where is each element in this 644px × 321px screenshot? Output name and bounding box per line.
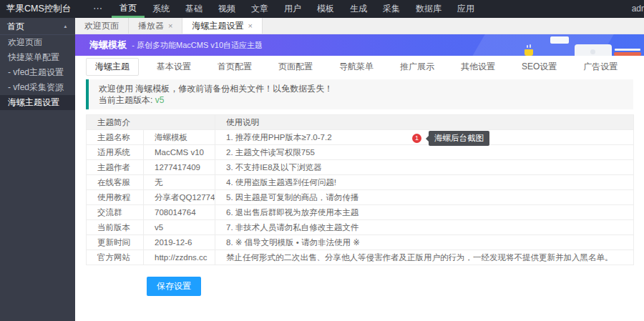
top-nav-basic[interactable]: 基础 [177,0,210,18]
caret-up-icon: ▲ [63,19,67,34]
notice-box: 欢迎使用 海螺模板，修改前请备份相关文件！以免数据丢失！ 当前主题版本: v5 [86,79,633,109]
row-label: 使用教程 [87,190,144,205]
table-row: 主题作者 1277417409 3. 不支持IE8及以下浏览器 [87,160,634,175]
coffee-cup-icon [525,49,533,56]
row-value: 分享者QQ1277417409 [144,190,215,205]
row-desc: 4. 使用盗版主题遇到任何问题! [215,175,634,190]
row-desc: 3. 不支持IE8及以下浏览器 [215,160,634,175]
main-area: 欢迎页面 播放器 × 海螺主题设置 × 海螺模板 - 原创多功能MacCMS v… [75,18,644,321]
row-desc: 6. 退出售后群即视为放弃使用本主题 [215,205,634,220]
tab-basic-settings[interactable]: 基本设置 [148,59,200,75]
sidebar-item-hailuo-theme[interactable]: 海螺主题设置 [0,95,75,110]
top-nav-template[interactable]: 模板 [309,0,342,18]
top-nav-video[interactable]: 视频 [210,0,243,18]
table-row: 适用系统 MacCMS v10 2. 主题文件读写权限755 [87,145,634,160]
tab-ad-settings[interactable]: 广告设置 [575,59,626,75]
column-header-usage: 使用说明 [215,115,634,130]
tab-promo-display[interactable]: 推广展示 [391,59,443,75]
theme-settings-tabs: 海螺主题 基本设置 首页配置 页面配置 导航菜单 推广展示 其他设置 SEO设置… [86,59,633,75]
tab-home-config[interactable]: 首页配置 [209,59,260,75]
row-desc: 8. ※ 倡导文明模版 • 请勿非法使用 ※ [215,235,634,250]
tab-label: 欢迎页面 [84,18,119,34]
banner-illustration [494,34,644,56]
banner-theme-name: 海螺模板 [89,39,127,50]
version-value: v5 [155,95,165,105]
close-icon[interactable]: × [248,18,252,34]
row-label: 更新时间 [87,235,144,250]
table-row: 官方网站 http://zzdns.cc 禁止任何形式的二次出售、分享他人等侵害… [87,250,634,265]
app-logo: 苹果CMS控制台 [0,0,84,18]
top-nav-home[interactable]: 首页 [112,0,145,18]
sidebar-item-vfed-collect[interactable]: - vfed采集资源 [0,80,75,95]
theme-banner: 海螺模板 - 原创多功能MacCMS v10自适应主题 [75,34,644,56]
version-label: 当前主题版本: [99,95,152,105]
top-nav-collect[interactable]: 采集 [375,0,408,18]
screenshot-tooltip: 1 海螺后台截图 [412,131,489,146]
tab-hailuo-theme[interactable]: 海螺主题 [86,58,139,76]
tab-other-settings[interactable]: 其他设置 [452,59,504,75]
row-value: MacCMS v10 [144,145,215,160]
row-label: 主题名称 [87,130,144,145]
table-row: 在线客服 无 4. 使用盗版主题遇到任何问题! [87,175,634,190]
page-tab-hailuo-settings[interactable]: 海螺主题设置 × [182,18,262,34]
tooltip-text: 海螺后台截图 [429,131,489,146]
alert-badge[interactable]: 1 [412,134,421,143]
row-value: 海螺模板 [144,130,215,145]
sidebar-group-home[interactable]: 首页 ▲ [0,18,75,35]
table-row: 使用教程 分享者QQ1277417409 5. 因主题是可复制的商品，请勿传播 [87,190,634,205]
sidebar: 首页 ▲ 欢迎页面 快捷菜单配置 - vfed主题设置 - vfed采集资源 海… [0,18,75,321]
sidebar-item-quick-menu[interactable]: 快捷菜单配置 [0,50,75,65]
piracy-warning-text: 禁止任何形式的二次出售、分享他人等侵害作者及正版用户的行为，一经发现将不提供更新… [215,250,634,265]
row-label: 交流群 [87,205,144,220]
table-row: 当前版本 v5 7. 非技术人员请勿私自修改主题文件 [87,220,634,235]
row-value: 1277417409 [144,160,215,175]
top-header: 苹果CMS控制台 ⋯ 首页 系统 基础 视频 文章 用户 模板 生成 采集 数据… [0,0,644,18]
tab-nav-menu[interactable]: 导航菜单 [331,59,382,75]
tab-label: 海螺主题设置 [192,18,243,34]
tab-page-config[interactable]: 页面配置 [270,59,321,75]
row-value: v5 [144,220,215,235]
theme-info-table: 主题简介 使用说明 主题名称 海螺模板 1. 推荐使用PHP版本≥7.0-7.2… [86,114,634,265]
close-icon[interactable]: × [168,18,172,34]
laptop-icon [575,44,612,56]
row-value: 2019-12-6 [144,235,215,250]
speech-bubble-icon [550,36,569,44]
top-nav-app[interactable]: 应用 [449,0,482,18]
top-nav-article[interactable]: 文章 [243,0,276,18]
notice-line2: 当前主题版本: v5 [99,94,623,106]
top-nav: 首页 系统 基础 视频 文章 用户 模板 生成 采集 数据库 应用 [112,0,632,18]
table-header-row: 主题简介 使用说明 [87,115,634,130]
page-tabbar: 欢迎页面 播放器 × 海螺主题设置 × [75,18,644,34]
row-label: 主题作者 [87,160,144,175]
tab-seo-settings[interactable]: SEO设置 [513,59,565,75]
row-desc: 7. 非技术人员请勿私自修改主题文件 [215,220,634,235]
row-value: 708014764 [144,205,215,220]
table-row: 主题名称 海螺模板 1. 推荐使用PHP版本≥7.0-7.2 [87,130,634,145]
column-header-intro: 主题简介 [87,115,215,130]
user-name[interactable]: adm [632,0,644,18]
settings-content: 海螺主题 基本设置 首页配置 页面配置 导航菜单 推广展示 其他设置 SEO设置… [75,56,644,296]
page-tab-welcome[interactable]: 欢迎页面 [75,18,129,34]
page-tab-player[interactable]: 播放器 × [129,18,182,34]
row-label: 官方网站 [87,250,144,265]
top-nav-user[interactable]: 用户 [276,0,309,18]
row-label: 适用系统 [87,145,144,160]
row-desc: 5. 因主题是可复制的商品，请勿传播 [215,190,634,205]
top-nav-system[interactable]: 系统 [145,0,177,18]
top-nav-generate[interactable]: 生成 [342,0,375,18]
table-row: 更新时间 2019-12-6 8. ※ 倡导文明模版 • 请勿非法使用 ※ [87,235,634,250]
save-settings-button[interactable]: 保存设置 [147,277,201,296]
official-site-link[interactable]: http://zzdns.cc [144,250,215,265]
row-desc: 2. 主题文件读写权限755 [215,145,634,160]
tooltip-arrow-icon [423,136,429,142]
more-menu-icon[interactable]: ⋯ [84,0,112,18]
row-value: 无 [144,175,215,190]
sidebar-item-vfed-theme[interactable]: - vfed主题设置 [0,65,75,80]
banner-title: 海螺模板 - 原创多功能MacCMS v10自适应主题 [89,34,263,56]
table-row: 交流群 708014764 6. 退出售后群即视为放弃使用本主题 [87,205,634,220]
books-icon [614,52,641,56]
tab-label: 播放器 [138,18,164,34]
top-nav-database[interactable]: 数据库 [408,0,449,18]
sidebar-item-welcome[interactable]: 欢迎页面 [0,35,75,50]
row-label: 当前版本 [87,220,144,235]
